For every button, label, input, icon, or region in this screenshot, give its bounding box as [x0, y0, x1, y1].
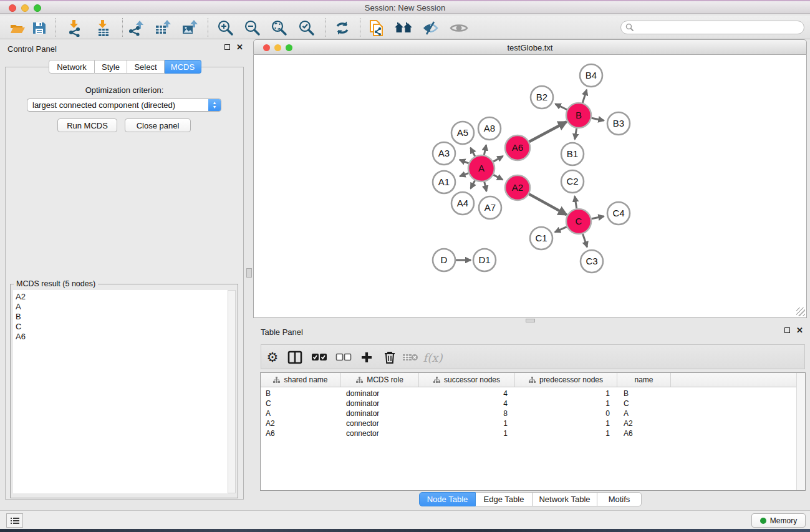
list-icon	[10, 516, 20, 525]
table-row[interactable]: Adominator80A	[261, 409, 805, 418]
add-column-icon[interactable]	[356, 347, 377, 367]
mcds-result-item[interactable]: A6	[16, 332, 228, 342]
column-header-predecessor-nodes[interactable]: predecessor nodes	[515, 373, 617, 387]
toolbar-separator	[360, 18, 360, 37]
export-network-icon[interactable]	[125, 19, 147, 37]
edge-A-A4[interactable]	[471, 180, 475, 188]
column-header-name[interactable]: name	[617, 373, 671, 387]
edge-C-C2[interactable]	[575, 196, 577, 209]
edge-A6-B[interactable]	[529, 122, 567, 142]
node-label-A: A	[478, 163, 485, 173]
column-header-label: successor nodes	[444, 375, 500, 384]
zoom-selected-icon[interactable]	[296, 19, 317, 37]
tab-network[interactable]: Network	[49, 60, 95, 74]
edge-A-A7[interactable]	[485, 181, 486, 191]
tab-style[interactable]: Style	[95, 60, 127, 74]
tab-motifs[interactable]: Motifs	[597, 492, 642, 506]
import-table-icon[interactable]	[93, 19, 114, 37]
task-history-button[interactable]	[6, 513, 23, 528]
float-panel-icon[interactable]	[224, 44, 230, 50]
tab-node-table[interactable]: Node Table	[419, 492, 476, 506]
edge-B-B2[interactable]	[556, 104, 567, 110]
vertical-split-handle[interactable]	[246, 268, 252, 278]
edge-A-A2[interactable]	[493, 175, 503, 180]
hierarchy-icon	[433, 377, 440, 384]
zoom-fit-icon[interactable]	[269, 19, 290, 37]
table-row[interactable]: Cdominator41C	[261, 399, 805, 409]
column-header-successor-nodes[interactable]: successor nodes	[419, 373, 515, 387]
control-panel-tabs: NetworkStyleSelectMCDS	[49, 60, 201, 74]
mcds-result-item[interactable]: A2	[16, 292, 228, 302]
tab-edge-table[interactable]: Edge Table	[476, 492, 533, 506]
edge-A-A8[interactable]	[484, 145, 486, 155]
edge-B-B3[interactable]	[592, 118, 604, 120]
tab-select[interactable]: Select	[127, 60, 165, 74]
mcds-list-scrollbar[interactable]	[228, 290, 236, 493]
cell-MCDS-role: dominator	[341, 389, 419, 399]
column-header-shared-name[interactable]: shared name	[261, 373, 341, 387]
open-file-icon[interactable]	[7, 19, 28, 37]
edge-A-A3[interactable]	[460, 160, 469, 163]
edge-A-A1[interactable]	[460, 173, 468, 177]
tab-network-table[interactable]: Network Table	[533, 492, 597, 506]
mcds-result-list[interactable]: A2ABCA6	[13, 290, 228, 493]
node-label-A6: A6	[512, 142, 523, 153]
float-table-panel-icon[interactable]	[784, 327, 790, 333]
edge-C-C1[interactable]	[555, 227, 567, 233]
select-all-columns-icon[interactable]	[309, 347, 330, 367]
edge-C-C3[interactable]	[583, 234, 587, 247]
table-row[interactable]: Bdominator41B	[261, 389, 805, 399]
memory-button[interactable]: Memory	[751, 513, 806, 528]
delete-column-icon[interactable]	[379, 347, 400, 367]
cell-shared-name: B	[261, 389, 341, 399]
cell-filler	[671, 409, 805, 418]
run-mcds-button[interactable]: Run MCDS	[57, 118, 117, 132]
hide-eye-icon[interactable]	[420, 19, 441, 37]
table-row[interactable]: A2connector11A2	[261, 418, 805, 428]
mcds-result-item[interactable]: A	[16, 302, 228, 312]
criterion-dropdown[interactable]: largest connected component (directed) ▲…	[27, 99, 221, 112]
resize-grip-icon[interactable]	[796, 307, 805, 316]
close-table-panel-icon[interactable]: ✕	[796, 327, 803, 333]
table-toolbar: ⚙ f(x)	[261, 344, 805, 369]
show-eye-icon[interactable]	[448, 19, 470, 37]
zoom-in-icon[interactable]	[215, 19, 236, 37]
mcds-result-item[interactable]: B	[16, 312, 228, 322]
edge-A-A5[interactable]	[471, 148, 475, 157]
search-input[interactable]	[634, 22, 804, 33]
table-scrollbar[interactable]	[796, 373, 805, 490]
edge-C-C4[interactable]	[592, 216, 604, 219]
application-window: Session: New Session	[0, 0, 810, 532]
table-row[interactable]: A6connector11A6	[261, 428, 805, 438]
network-canvas[interactable]: B4B2BB3A8A5A6A3B1AC2A1A2A4A7C4CC1C3DD1	[253, 55, 807, 318]
column-header-MCDS-role[interactable]: MCDS role	[341, 373, 419, 387]
tab-mcds[interactable]: MCDS	[165, 60, 201, 74]
deselect-all-columns-icon[interactable]	[333, 347, 354, 367]
clone-network-icon[interactable]	[366, 19, 387, 37]
export-table-icon[interactable]	[152, 19, 173, 37]
delete-table-icon[interactable]	[400, 347, 421, 367]
memory-label: Memory	[770, 516, 797, 525]
edge-B-B4[interactable]	[582, 90, 587, 103]
home-layout-icon[interactable]	[393, 19, 415, 37]
close-panel-button[interactable]: Close panel	[125, 118, 191, 132]
cell-shared-name: A2	[261, 418, 341, 428]
mcds-result-item[interactable]: C	[16, 322, 228, 332]
close-panel-icon[interactable]: ✕	[236, 44, 243, 50]
cell-filler	[671, 389, 805, 399]
edge-A-A6[interactable]	[493, 156, 503, 162]
column-manager-icon[interactable]	[284, 347, 306, 367]
refresh-icon[interactable]	[332, 19, 353, 37]
table-options-gear-icon[interactable]: ⚙	[262, 347, 283, 367]
edge-B-B1[interactable]	[575, 128, 577, 140]
cell-successor-nodes: 4	[419, 399, 515, 409]
apply-function-icon[interactable]: f(x)	[422, 347, 443, 367]
network-graph[interactable]: B4B2BB3A8A5A6A3B1AC2A1A2A4A7C4CC1C3DD1	[254, 55, 806, 317]
save-session-icon[interactable]	[29, 19, 50, 37]
zoom-out-icon[interactable]	[242, 19, 263, 37]
cell-predecessor-nodes: 1	[515, 389, 617, 399]
horizontal-split-handle[interactable]	[526, 319, 535, 322]
export-image-icon[interactable]	[179, 19, 200, 37]
edge-A2-C[interactable]	[529, 194, 566, 215]
import-network-icon[interactable]	[64, 19, 85, 37]
